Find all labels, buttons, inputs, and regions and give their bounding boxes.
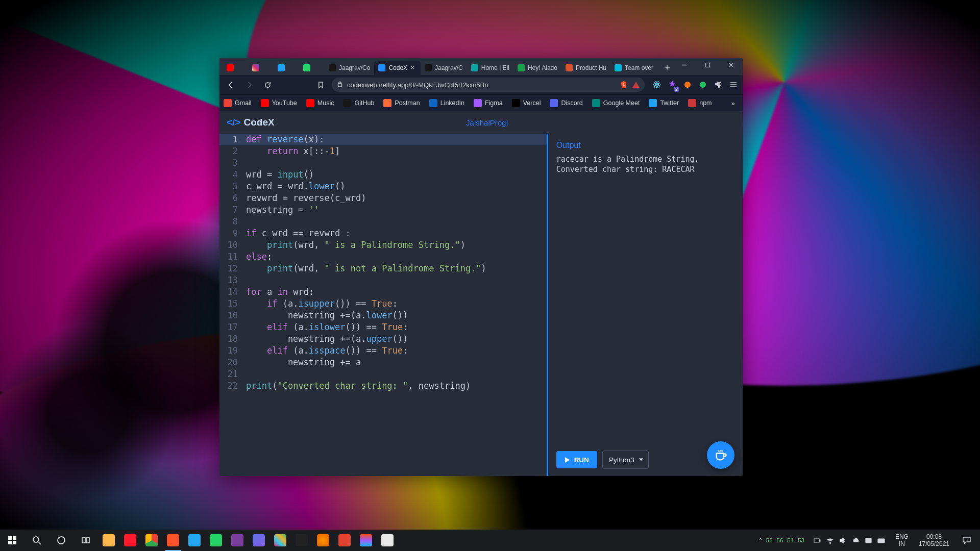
browser-tab[interactable]: Jaagrav/Co [325, 61, 374, 75]
code-line[interactable]: if c_wrd == revwrd : [243, 228, 547, 239]
buy-me-a-coffee-button[interactable] [707, 441, 734, 469]
code-line[interactable]: print("Converted char string: ", newstri… [243, 380, 547, 392]
bookmark-item[interactable]: GitHub [343, 99, 374, 107]
taskbar-clock[interactable]: 00:0817/05/2021 [915, 533, 953, 547]
code-line[interactable]: for a in wrd: [243, 286, 547, 298]
bookmark-item[interactable]: Music [306, 99, 334, 107]
bookmark-label: Google Meet [603, 99, 640, 107]
cortana-button[interactable] [49, 530, 74, 551]
bookmark-item[interactable]: Google Meet [592, 99, 640, 107]
tab-close-icon[interactable]: ✕ [410, 65, 416, 71]
browser-tab[interactable]: Home | Eli [467, 61, 513, 75]
browser-tab[interactable]: Hey! Alado [513, 61, 561, 75]
system-stats[interactable]: ^ 52 56 51 53 [756, 537, 807, 543]
bookmark-item[interactable]: YouTube [261, 99, 297, 107]
language-indicator[interactable]: ENGIN [891, 533, 913, 547]
code-line[interactable]: newstring +=(a.upper()) [243, 333, 547, 345]
code-line[interactable]: elif (a.isspace()) == True: [243, 345, 547, 357]
svg-rect-15 [82, 538, 85, 543]
code-line[interactable]: newstring += a [243, 357, 547, 368]
extensions-puzzle-icon[interactable] [713, 80, 723, 90]
code-line[interactable]: def reverse(x): [243, 134, 547, 145]
code-line[interactable] [243, 157, 547, 169]
url-input[interactable]: codexweb.netlify.app/0/-MQkFJwCdI5rt2kxn… [332, 78, 645, 92]
bookmark-item[interactable]: LinkedIn [429, 99, 464, 107]
bookmark-favicon [550, 99, 558, 107]
taskbar-app-todoist[interactable] [334, 530, 355, 551]
taskbar-app-file-explorer[interactable] [98, 530, 119, 551]
taskbar-app-notes[interactable] [377, 530, 398, 551]
bookmark-page-icon[interactable] [313, 78, 328, 92]
taskbar-app-figma[interactable] [355, 530, 377, 551]
bookmark-item[interactable]: Discord [550, 99, 582, 107]
browser-tab[interactable] [274, 61, 299, 75]
code-line[interactable]: newstring +=(a.lower()) [243, 310, 547, 321]
code-line[interactable] [243, 368, 547, 380]
code-line[interactable]: if (a.isupper()) == True: [243, 298, 547, 310]
code-line[interactable] [243, 216, 547, 228]
code-line[interactable]: revwrd = reverse(c_wrd) [243, 192, 547, 204]
extension-green-icon[interactable] [698, 80, 708, 90]
code-line[interactable]: elif (a.islower()) == True: [243, 321, 547, 333]
code-line[interactable]: print(wrd, " is a Palindrome String.") [243, 239, 547, 251]
bookmark-label: Vercel [523, 99, 541, 107]
start-button[interactable] [0, 530, 24, 551]
browser-tab[interactable] [223, 61, 248, 75]
window-minimize[interactable] [672, 58, 696, 72]
brave-rewards-icon[interactable] [632, 82, 640, 88]
nav-back[interactable] [224, 78, 238, 92]
taskbar-app-vscode[interactable] [184, 530, 205, 551]
svg-rect-18 [819, 540, 820, 541]
code-line[interactable]: wrd = input() [243, 169, 547, 181]
taskbar-app-chrome[interactable] [141, 530, 162, 551]
extension-dot-icon[interactable] [682, 80, 693, 90]
bookmark-item[interactable]: Postman [383, 99, 420, 107]
browser-tab[interactable]: Product Hu [561, 61, 610, 75]
browser-tab[interactable] [299, 61, 325, 75]
window-maximize[interactable] [696, 58, 719, 72]
taskbar-app-unity[interactable] [291, 530, 312, 551]
brave-shield-icon[interactable]: 1 [619, 80, 628, 89]
language-select[interactable]: Python3 [602, 450, 649, 469]
code-editor[interactable]: 1def reverse(x):2 return x[::-1]34wrd = … [219, 134, 548, 476]
bookmark-item[interactable]: Figma [474, 99, 503, 107]
action-center-button[interactable] [955, 530, 978, 551]
nav-reload[interactable] [260, 78, 275, 92]
bookmark-item[interactable]: npm [688, 99, 712, 107]
taskbar-search[interactable] [24, 530, 49, 551]
bookmark-item[interactable]: Vercel [512, 99, 541, 107]
taskbar-app-opera[interactable] [119, 530, 141, 551]
bookmark-item[interactable]: Gmail [224, 99, 252, 107]
taskbar-app-github-desktop[interactable] [227, 530, 248, 551]
code-line[interactable]: c_wrd = wrd.lower() [243, 181, 547, 192]
code-line[interactable] [243, 274, 547, 286]
code-line[interactable]: print(wrd, " is not a Palindrome String.… [243, 263, 547, 274]
browser-tab[interactable]: Jaagrav/C [421, 61, 467, 75]
app-logo[interactable]: </> CodeX [227, 117, 275, 128]
taskbar-app-firefox[interactable] [312, 530, 334, 551]
tab-favicon [329, 64, 336, 71]
bookmarks-overflow[interactable]: » [727, 99, 739, 107]
run-button[interactable]: RUN [556, 451, 597, 468]
taskbar-app-slack[interactable] [270, 530, 291, 551]
code-line[interactable]: return x[::-1] [243, 145, 547, 157]
extension-badge-icon[interactable] [667, 80, 677, 90]
browser-tab[interactable]: CodeX✕ [374, 61, 421, 75]
taskbar-app-brave[interactable] [162, 530, 184, 551]
browser-menu-icon[interactable] [728, 80, 739, 90]
browser-tab[interactable]: Team over [610, 61, 657, 75]
bookmark-item[interactable]: Twitter [649, 99, 679, 107]
window-close[interactable] [719, 58, 743, 72]
taskbar-app-whatsapp[interactable] [205, 530, 227, 551]
browser-tab[interactable] [248, 61, 274, 75]
bookmarks-bar: GmailYouTubeMusicGitHubPostmanLinkedInFi… [219, 94, 743, 111]
react-devtools-icon[interactable] [652, 80, 662, 90]
code-line[interactable]: else: [243, 251, 547, 263]
task-view-button[interactable] [74, 530, 98, 551]
taskbar-app-app-diamond[interactable] [248, 530, 270, 551]
code-line[interactable]: newstring = '' [243, 204, 547, 216]
volume-icon [839, 537, 847, 544]
system-tray[interactable] [810, 537, 889, 544]
battery-icon [814, 537, 821, 544]
bookmark-favicon [306, 99, 314, 107]
